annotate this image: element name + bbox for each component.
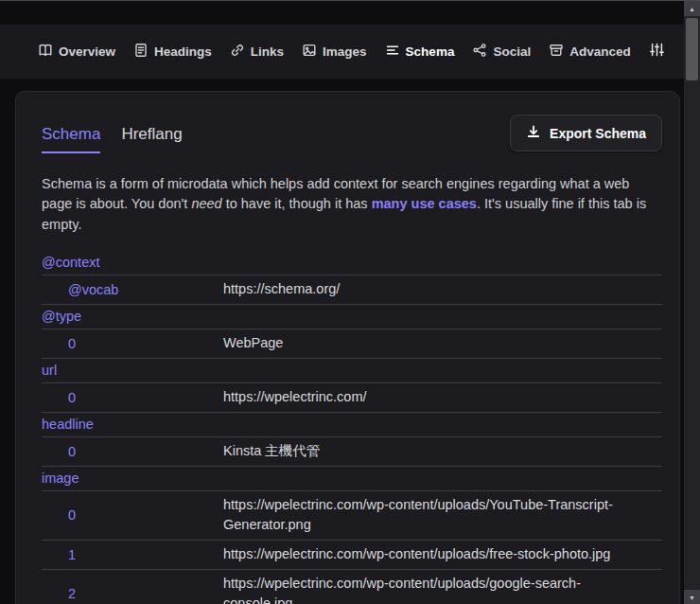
tab-label: Images bbox=[323, 44, 367, 59]
tab-label: Schema bbox=[406, 44, 455, 59]
schema-key: @context bbox=[42, 255, 223, 270]
link-icon bbox=[230, 43, 245, 61]
tab-label: Overview bbox=[59, 44, 115, 59]
schema-value: https://schema.org/ bbox=[223, 279, 639, 299]
filters-button[interactable] bbox=[649, 42, 665, 62]
tab-links[interactable]: Links bbox=[230, 43, 284, 61]
download-icon bbox=[526, 124, 541, 142]
table-row: headline bbox=[42, 413, 662, 437]
description-text: to have it, though it has bbox=[222, 196, 372, 211]
table-row: @vocab https://schema.org/ bbox=[42, 275, 662, 305]
schema-value: https://wpelectrinc.com/wp-content/uploa… bbox=[223, 544, 639, 564]
table-row: @type bbox=[42, 305, 662, 329]
schema-key: 0 bbox=[42, 507, 223, 523]
table-row: @context bbox=[42, 251, 662, 275]
table-row: 0 https://wpelectrinc.com/ bbox=[42, 383, 662, 413]
table-row: 1 https://wpelectrinc.com/wp-content/upl… bbox=[42, 541, 662, 570]
table-row: 0 Kinsta 主機代管 bbox=[42, 437, 662, 467]
schema-key: image bbox=[42, 471, 223, 486]
document-icon bbox=[133, 43, 149, 61]
tab-headings[interactable]: Headings bbox=[133, 43, 212, 61]
sliders-icon bbox=[649, 42, 665, 62]
panel-tab-hreflang[interactable]: Hreflang bbox=[121, 125, 182, 153]
table-row: image bbox=[42, 467, 662, 491]
export-schema-button[interactable]: Export Schema bbox=[510, 115, 662, 151]
share-icon bbox=[472, 43, 487, 61]
schema-description: Schema is a form of microdata which help… bbox=[42, 174, 662, 235]
panel-header: Schema Hreflang Export Schema bbox=[42, 115, 662, 153]
schema-table: @context @vocab https://schema.org/ @typ… bbox=[42, 251, 662, 604]
table-row: url bbox=[42, 359, 662, 383]
table-row: 2 https://wpelectrinc.com/wp-content/upl… bbox=[42, 570, 662, 604]
tab-overview[interactable]: Overview bbox=[38, 43, 115, 61]
panel-tab-schema[interactable]: Schema bbox=[42, 125, 100, 153]
tab-label: Headings bbox=[154, 44, 212, 59]
scroll-up-arrow[interactable]: ▲ bbox=[684, 1, 700, 16]
tab-label: Links bbox=[251, 44, 284, 59]
schema-key: url bbox=[42, 363, 223, 378]
book-icon bbox=[38, 43, 53, 61]
tab-schema[interactable]: Schema bbox=[385, 43, 455, 61]
schema-key: 2 bbox=[42, 586, 223, 601]
tab-label: Advanced bbox=[569, 44, 631, 59]
tab-advanced[interactable]: Advanced bbox=[549, 43, 631, 61]
image-icon bbox=[302, 43, 317, 61]
list-icon bbox=[385, 43, 400, 61]
tab-social[interactable]: Social bbox=[472, 43, 531, 61]
tab-images[interactable]: Images bbox=[302, 43, 367, 61]
schema-key: 0 bbox=[42, 444, 223, 459]
description-italic: need bbox=[191, 196, 221, 211]
schema-key: 0 bbox=[42, 390, 223, 405]
top-nav: Overview Headings Links Images Schema So… bbox=[0, 25, 684, 79]
schema-key: 1 bbox=[42, 547, 223, 562]
schema-key: @vocab bbox=[42, 282, 223, 297]
table-row: 0 WebPage bbox=[42, 329, 662, 359]
export-schema-label: Export Schema bbox=[550, 126, 646, 141]
archive-icon bbox=[549, 43, 564, 61]
schema-value: https://wpelectrinc.com/wp-content/uploa… bbox=[223, 574, 639, 604]
scrollbar[interactable]: ▲ ▼ bbox=[684, 1, 700, 604]
schema-value: https://wpelectrinc.com/ bbox=[223, 387, 639, 407]
schema-key: @type bbox=[42, 309, 223, 324]
schema-value: WebPage bbox=[223, 333, 639, 353]
schema-value: Kinsta 主機代管 bbox=[223, 441, 639, 461]
schema-value: https://wpelectrinc.com/wp-content/uploa… bbox=[223, 495, 639, 535]
table-row: 0 https://wpelectrinc.com/wp-content/upl… bbox=[42, 491, 662, 541]
tab-label: Social bbox=[493, 44, 531, 59]
schema-key: 0 bbox=[42, 336, 223, 351]
scroll-down-arrow[interactable]: ▼ bbox=[684, 590, 700, 604]
scrollbar-thumb[interactable] bbox=[686, 18, 698, 80]
many-use-cases-link[interactable]: many use cases bbox=[372, 196, 477, 211]
schema-panel: Schema Hreflang Export Schema Schema is … bbox=[15, 91, 680, 604]
schema-key: headline bbox=[42, 417, 223, 432]
